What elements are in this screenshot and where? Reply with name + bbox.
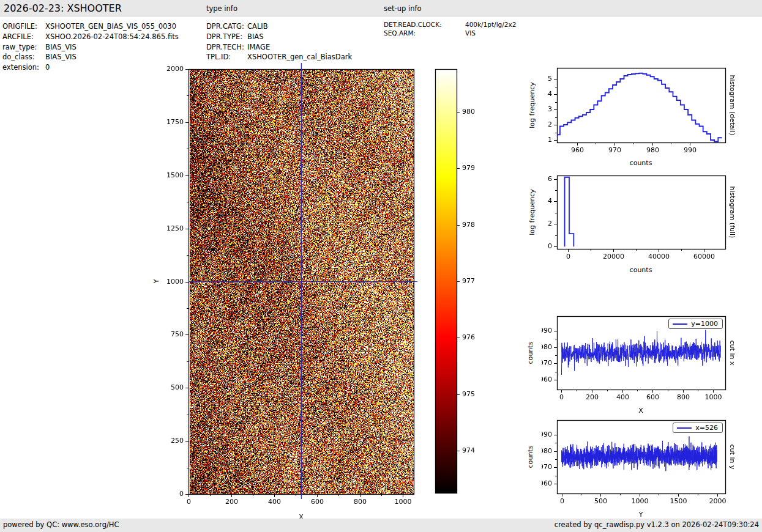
legend-label: y=1000 [691, 320, 718, 328]
file-info-block: ORIGFILE:XSHOOTER_GEN_BIAS_VIS_055_0030 … [2, 21, 179, 73]
setup-info-block: DET.READ.CLOCK:400k/1pt/lg/2x2 SEQ.ARM:V… [384, 21, 516, 37]
field-label: do_class: [2, 52, 45, 62]
field-label: ARCFILE: [2, 32, 45, 42]
hist-detail-x-axis-label: counts [630, 159, 652, 167]
hist-full-side-label: histogram (full) [728, 187, 736, 238]
field-label: DPR.CATG: [206, 21, 247, 32]
field-value: BIAS [247, 32, 263, 42]
cut-x-y-axis-label: counts [526, 342, 534, 364]
cut-y-side-label: cut in y [728, 445, 736, 470]
cut-x-side-label: cut in x [728, 341, 736, 366]
cut-x-legend: y=1000 [668, 319, 723, 329]
field-label: ORIGFILE: [2, 21, 45, 32]
type-info-heading: type info [206, 4, 237, 13]
cut-y-y-axis-label: counts [526, 446, 534, 468]
histogram-detail-canvas [542, 61, 731, 153]
cut-y-legend: x=526 [673, 423, 723, 433]
bias-frame-heatmap-canvas [162, 58, 484, 514]
field-value: BIAS_VIS [45, 52, 77, 62]
field-value: XSHOO.2026-02-24T08:54:24.865.fits [45, 32, 179, 42]
legend-label: x=526 [695, 424, 718, 432]
field-label: raw_type: [2, 42, 45, 53]
field-value: VIS [465, 29, 476, 38]
field-value: 0 [45, 62, 50, 73]
field-value: BIAS_VIS [45, 42, 77, 53]
field-value: XSHOOTER_GEN_BIAS_VIS_055_0030 [45, 21, 176, 32]
file-info-row: do_class:BIAS_VIS [2, 52, 179, 62]
field-value: 400k/1pt/lg/2x2 [465, 21, 516, 29]
footer-left-text: powered by QC: www.eso.org/HC [3, 520, 119, 529]
hist-detail-y-axis-label: log frequency [528, 82, 536, 128]
main-y-axis-label: Y [152, 279, 160, 284]
type-info-block: DPR.CATG:CALIB DPR.TYPE:BIAS DPR.TECH:IM… [206, 21, 352, 62]
hist-full-y-axis-label: log frequency [528, 189, 536, 235]
field-label: extension: [2, 62, 45, 73]
file-info-row: extension:0 [2, 62, 179, 73]
cut-x-x-axis-label: X [638, 407, 643, 415]
field-label: DPR.TECH: [206, 42, 247, 53]
cut-y-x-axis-label: Y [639, 511, 643, 519]
legend-line-sample [673, 323, 687, 325]
setup-info-heading: set-up info [384, 4, 422, 13]
file-info-row: ARCFILE:XSHOO.2026-02-24T08:54:24.865.fi… [2, 32, 179, 42]
type-info-row: DPR.CATG:CALIB [206, 21, 352, 32]
hist-detail-side-label: histogram (detail) [728, 75, 736, 136]
qc-report-page: 2026-02-23: XSHOOTER type info set-up in… [0, 0, 762, 532]
field-value: CALIB [247, 21, 268, 32]
field-label: DET.READ.CLOCK: [384, 21, 465, 29]
setup-info-row: SEQ.ARM:VIS [384, 29, 516, 38]
field-value: IMAGE [247, 42, 270, 53]
field-label: DPR.TYPE: [206, 32, 247, 42]
field-label: SEQ.ARM: [384, 29, 465, 38]
file-info-row: ORIGFILE:XSHOOTER_GEN_BIAS_VIS_055_0030 [2, 21, 179, 32]
setup-info-row: DET.READ.CLOCK:400k/1pt/lg/2x2 [384, 21, 516, 29]
footer-band: powered by QC: www.eso.org/HC created by… [0, 519, 762, 532]
type-info-row: DPR.TYPE:BIAS [206, 32, 352, 42]
hist-full-x-axis-label: counts [630, 266, 652, 274]
legend-line-sample [677, 427, 692, 429]
page-title: 2026-02-23: XSHOOTER [4, 2, 122, 14]
footer-right-text: created by qc_rawdisp.py v1.2.3 on 2026-… [555, 520, 759, 529]
histogram-full-canvas [542, 169, 731, 260]
file-info-row: raw_type:BIAS_VIS [2, 42, 179, 53]
type-info-row: DPR.TECH:IMAGE [206, 42, 352, 53]
